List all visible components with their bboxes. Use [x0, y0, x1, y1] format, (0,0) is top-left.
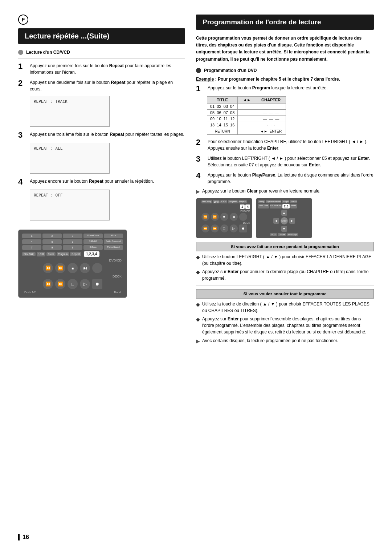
table-row: 09 10 11 12 — — —: [207, 116, 286, 122]
right-step-1: 1 Appuyez sur le bouton Program lorsque …: [196, 85, 374, 93]
table-row: 13 14 15 16 · · ·: [207, 122, 286, 128]
page: F Lecture répétée ...(Suite) Lecture d'u…: [0, 0, 392, 555]
cancel-bullet-1: ◆ Utilisez la touche de direction ( ▲ / …: [196, 301, 374, 314]
step-1: 1 Appuyez une première fois sur le bouto…: [18, 62, 185, 76]
table-footer: RETURN ◄► ENTER: [207, 128, 286, 134]
right-step-3-text: Utilisez le bouton LEFT/RIGHT ( ◄ / ► ) …: [208, 155, 374, 168]
right-step-4-num: 4: [196, 172, 204, 185]
cancel-box: Si vous voulez annuler tout le programme: [196, 289, 374, 299]
step-3: 3 Appuyez une troisième fois sur le bout…: [18, 131, 185, 139]
table-header-arrow: ◄►: [238, 96, 256, 103]
program-table: TITLE ◄► CHAPTER 01 02 03 04 — — — 05 06…: [207, 96, 286, 135]
remote-control-image: 1 2 3 Open/Close Mute 4 5 6 DSP/EQ Dolby…: [18, 230, 127, 298]
error-bullet-1: ◆ Utilisez le bouton LEFT/RIGHT ( ▲ / ▼ …: [196, 254, 374, 267]
right-step-4: 4 Appuyez sur le bouton Play/Pause. La l…: [196, 172, 374, 185]
divider2: [18, 225, 185, 225]
right-column: Programmation de l'ordre de lecture Cett…: [196, 15, 374, 527]
right-section-title: Programmation de l'ordre de lecture: [196, 15, 374, 30]
divider3: [196, 285, 374, 285]
left-section-title: Lecture répétée ...(Suite): [18, 28, 185, 44]
error-bullet-2: ◆ Appuyez sur Enter pour annuler la dern…: [196, 268, 374, 281]
right-step-2-num: 2: [196, 138, 204, 151]
intro-text: Cette programmation vous permet de donne…: [196, 35, 374, 63]
step-2: 2 Appuyez une deuxième fois sur le bouto…: [18, 79, 185, 92]
table-header-title: TITLE: [207, 96, 238, 103]
step-3-num: 3: [18, 131, 26, 139]
cd-vcd-label: Lecture d'un CD/VCD: [18, 50, 185, 55]
step-1-text: Appuyez une première fois sur le bouton …: [30, 62, 185, 76]
dvd-bullet: [196, 68, 201, 73]
cancel-bullet-2: ◆ Appuyez sur Enter pour supprimer l'ens…: [196, 316, 374, 335]
example-label: Exemple : Pour programmer le chapitre 5 …: [196, 77, 374, 82]
step-4-num: 4: [18, 178, 26, 186]
final-note: ▶ Avec certains disques, la lecture prog…: [196, 338, 374, 344]
divider1: [18, 58, 185, 59]
right-step-2: 2 Pour sélectionner l'indication CHAPITR…: [196, 138, 374, 151]
right-step-1-num: 1: [196, 85, 204, 93]
right-step-2-text: Pour sélectionner l'indication CHAPITRE,…: [208, 138, 374, 151]
language-badge: F: [18, 15, 28, 25]
step-2-text: Appuyez une deuxième fois sur le bouton …: [30, 79, 185, 92]
right-step-4-text: Appuyez sur le bouton Play/Pause. La lec…: [208, 172, 374, 185]
left-column: F Lecture répétée ...(Suite) Lecture d'u…: [18, 15, 185, 527]
page-number: 16: [18, 534, 29, 540]
step-1-num: 1: [18, 62, 26, 76]
cd-vcd-bullet: [18, 50, 23, 55]
right-step-3-num: 3: [196, 155, 204, 168]
step-2-num: 2: [18, 79, 26, 92]
step-4-text: Appuyez encore sur le bouton Repeat pour…: [30, 178, 154, 186]
right-step-3: 3 Utilisez le bouton LEFT/RIGHT ( ◄ / ► …: [196, 155, 374, 168]
dvd-label: Programmation d'un DVD: [196, 68, 374, 73]
remote-right: Sleep Speaker Mode Angel Subtic Test Ton…: [256, 198, 312, 238]
screen-repeat-off: REPEAT : OFF: [30, 190, 110, 220]
screen-repeat-all: REPEAT : ALL: [30, 143, 110, 174]
remote-left: Disc Skip 10:0 Clear Program Repeat 1 4 …: [196, 198, 252, 238]
right-step-1-text: Appuyez sur le bouton Program lorsque la…: [208, 85, 328, 93]
clear-note: ▶ Appuyez sur le bouton Clear pour reven…: [196, 189, 374, 194]
right-remote-area: Disc Skip 10:0 Clear Program Repeat 1 4 …: [196, 198, 374, 238]
screen-repeat-track: REPEAT : TRACK: [30, 96, 110, 127]
step-3-text: Appuyez une troisième fois sur le bouton…: [30, 131, 184, 139]
error-box: Si vous avez fait une erreur pendant la …: [196, 242, 374, 251]
table-row: 01 02 03 04 — — —: [207, 103, 286, 109]
step-4: 4 Appuyez encore sur le bouton Repeat po…: [18, 178, 185, 186]
table-row: 05 06 07 08 — — —: [207, 109, 286, 116]
table-header-chapter: CHAPTER: [256, 96, 286, 103]
